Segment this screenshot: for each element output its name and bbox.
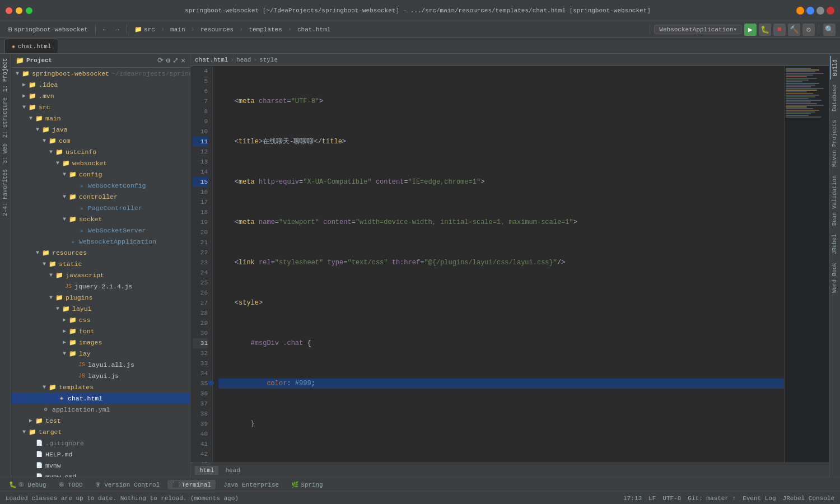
tree-layuijs[interactable]: JS layui.js <box>11 370 190 381</box>
right-tab-jrebel[interactable]: JRebel <box>830 231 839 258</box>
search-button[interactable]: 🔍 <box>823 24 836 36</box>
tree-socket[interactable]: ▼ 📁 socket <box>11 213 190 225</box>
tree-arrow-idea[interactable]: ▶ <box>20 81 28 88</box>
tree-src[interactable]: ▼ 📁 src <box>11 101 190 113</box>
tree-gitignore[interactable]: 📄 .gitignore <box>11 437 190 449</box>
tool-tab-terminal[interactable]: ⬛ Terminal <box>167 480 216 489</box>
tree-main[interactable]: ▼ 📁 main <box>11 113 190 124</box>
tree-arrow-lay[interactable]: ▼ <box>60 351 68 357</box>
tree-arrow-websocket[interactable]: ▼ <box>54 160 62 166</box>
tree-arrow-applicationyml[interactable] <box>34 407 41 413</box>
right-tab-build[interactable]: Build <box>830 56 839 80</box>
tree-css[interactable]: ▶ 📁 css <box>11 314 190 325</box>
status-position[interactable]: 17:13 <box>623 495 642 502</box>
tree-arrow-target[interactable]: ▼ <box>20 429 28 435</box>
tree-arrow-images[interactable]: ▶ <box>60 339 68 346</box>
tool-tab-versioncontrol[interactable]: ⑨ Version Control <box>91 480 165 489</box>
run-configuration[interactable]: WebsocketApplication▾ <box>654 25 742 34</box>
tree-templates[interactable]: ▼ 📁 templates <box>11 381 190 393</box>
web-vertical-tab[interactable]: 3: Web <box>1 141 10 166</box>
tree-arrow-test[interactable]: ▶ <box>27 417 35 424</box>
status-jrebelconsole[interactable]: JRebel Console <box>783 495 834 502</box>
stop-button[interactable]: ■ <box>773 24 786 36</box>
toolbar-project[interactable]: ⊞ springboot-websocket <box>4 24 91 35</box>
tree-idea[interactable]: ▶ 📁 .idea <box>11 79 190 90</box>
tree-static[interactable]: ▼ 📁 static <box>11 258 190 269</box>
tree-arrow-socket[interactable]: ▼ <box>60 216 68 222</box>
tree-arrow-config[interactable]: ▼ <box>60 171 68 178</box>
breadcrumb-main[interactable]: main <box>167 25 188 34</box>
tree-arrow-websocketserver[interactable] <box>69 227 77 234</box>
favorites-vertical-tab[interactable]: 2-4: Favorites <box>1 167 10 218</box>
project-vertical-tab[interactable]: 1: Project <box>1 56 10 94</box>
close-icon[interactable]: ✕ <box>181 56 185 65</box>
breadcrumb-src[interactable]: 📁 src <box>131 25 158 34</box>
tree-test[interactable]: ▶ 📁 test <box>11 415 190 426</box>
status-encoding[interactable]: UTF-8 <box>662 495 681 502</box>
tree-jquery[interactable]: JS jquery-2.1.4.js <box>11 281 190 292</box>
minimize-button[interactable] <box>16 7 22 14</box>
tree-arrow-font[interactable]: ▶ <box>60 328 68 334</box>
tree-arrow-jquery[interactable] <box>56 283 64 290</box>
tree-arrow-static[interactable]: ▼ <box>40 261 48 267</box>
structure-vertical-tab[interactable]: 2: Structure <box>1 95 10 140</box>
sync-button[interactable]: ⟳ <box>157 56 164 65</box>
tree-websocket[interactable]: ▼ 📁 websocket <box>11 157 190 169</box>
tree-arrow-plugins[interactable]: ▼ <box>47 295 55 301</box>
tree-target[interactable]: ▼ 📁 target <box>11 426 190 437</box>
tree-arrow-main[interactable]: ▼ <box>27 115 35 122</box>
tool-tab-todo[interactable]: ⑥ TODO <box>54 480 87 489</box>
gear-icon[interactable]: ⚙ <box>166 56 170 65</box>
status-git[interactable]: Git: master ↑ <box>688 495 736 502</box>
settings-button[interactable]: ⚙ <box>802 24 815 36</box>
tree-java[interactable]: ▼ 📁 java <box>11 124 190 135</box>
tree-websocketserver[interactable]: ☕ WebSocketServer <box>11 225 190 236</box>
tree-mvnw[interactable]: 📄 mvnw <box>11 460 190 471</box>
tree-resources[interactable]: ▼ 📁 resources <box>11 247 190 258</box>
status-eventlog[interactable]: Event Log <box>743 495 776 502</box>
tree-arrow-javascript[interactable]: ▼ <box>47 272 55 278</box>
right-tab-maven[interactable]: Maven Projects <box>830 116 839 170</box>
tree-arrow-websocketconfig[interactable] <box>69 183 77 189</box>
tree-applicationyml[interactable]: ⚙ application.yml <box>11 404 190 415</box>
tree-config[interactable]: ▼ 📁 config <box>11 169 190 180</box>
status-lf[interactable]: LF <box>648 495 656 502</box>
tree-javascript[interactable]: ▼ 📁 javascript <box>11 269 190 281</box>
breadcrumb-file[interactable]: chat.html <box>294 25 334 34</box>
expand-icon[interactable]: ⤢ <box>172 56 179 65</box>
tree-layui[interactable]: ▼ 📁 layui <box>11 303 190 314</box>
breadcrumb-resources[interactable]: resources <box>197 25 237 34</box>
debug-button[interactable]: 🐛 <box>759 24 771 36</box>
tool-tab-javaenterprise[interactable]: Java Enterprise <box>219 480 283 489</box>
tree-websocketconfig[interactable]: ☕ WebSocketConfig <box>11 180 190 191</box>
tab-html[interactable]: html <box>195 466 218 475</box>
right-tab-database[interactable]: Database <box>830 81 839 115</box>
tree-arrow-resources[interactable]: ▼ <box>34 250 41 256</box>
code-lines[interactable]: 4 5 6 7 8 9 10 11 12 13 14 15 16 17 <box>190 66 829 463</box>
tree-layuialljs[interactable]: JS layui.all.js <box>11 359 190 370</box>
tree-websocketapp[interactable]: ☕ WebsocketApplication <box>11 236 190 247</box>
tree-arrow-layuijs[interactable] <box>69 373 77 379</box>
file-tab-chathtml[interactable]: ◈ chat.html <box>4 39 58 53</box>
tree-helpmd[interactable]: 📄 HELP.md <box>11 449 190 460</box>
tree-arrow-layui[interactable]: ▼ <box>54 306 62 312</box>
tree-controller[interactable]: ▼ 📁 controller <box>11 191 190 202</box>
tree-arrow-layuialljs[interactable] <box>69 362 77 368</box>
right-tab-wordbook[interactable]: Word Book <box>830 259 839 296</box>
tree-arrow-com[interactable]: ▼ <box>40 138 48 144</box>
tree-arrow-root[interactable]: ▼ <box>13 71 21 77</box>
status-message[interactable]: Loaded classes are up to date. Nothing t… <box>6 495 239 502</box>
tree-arrow-websocketapp[interactable] <box>60 239 68 245</box>
tree-arrow-css[interactable]: ▶ <box>60 316 68 323</box>
toolbar-nav-forward[interactable]: → <box>112 25 123 34</box>
tree-root[interactable]: ▼ 📁 springboot-websocket ~/IdeaProjects/… <box>11 68 190 79</box>
tree-lay[interactable]: ▼ 📁 lay <box>11 348 190 359</box>
tree-arrow-helpmd[interactable] <box>27 451 35 458</box>
tab-head[interactable]: head <box>221 466 244 475</box>
tree-arrow-controller[interactable]: ▼ <box>60 194 68 200</box>
tree-mvn[interactable]: ▶ 📁 .mvn <box>11 90 190 101</box>
tree-arrow-java[interactable]: ▼ <box>34 127 41 133</box>
tool-tab-spring[interactable]: 🌿 Spring <box>287 480 328 489</box>
maximize-button[interactable] <box>26 7 32 14</box>
tree-images[interactable]: ▶ 📁 images <box>11 337 190 348</box>
